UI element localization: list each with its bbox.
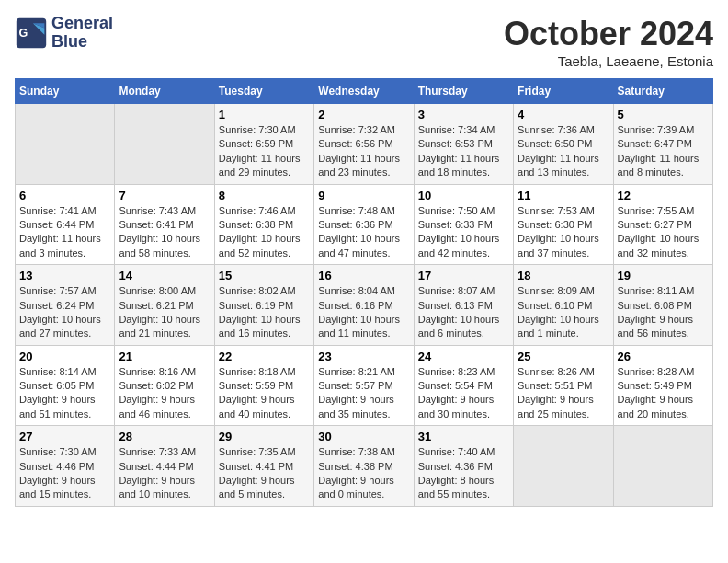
day-info: Sunrise: 7:40 AMSunset: 4:36 PMDaylight:… [418,445,509,502]
calendar-table: SundayMondayTuesdayWednesdayThursdayFrid… [15,78,713,507]
day-info: Sunrise: 7:50 AMSunset: 6:33 PMDaylight:… [418,204,509,261]
day-number: 8 [219,189,310,202]
day-info: Sunrise: 7:33 AMSunset: 4:44 PMDaylight:… [119,445,210,502]
calendar-cell: 18Sunrise: 8:09 AMSunset: 6:10 PMDayligh… [514,265,613,346]
week-row-2: 6Sunrise: 7:41 AMSunset: 6:44 PMDaylight… [16,184,713,265]
logo-line2: Blue [51,33,113,52]
day-number: 16 [318,269,409,282]
calendar-cell: 7Sunrise: 7:43 AMSunset: 6:41 PMDaylight… [115,184,214,265]
day-info: Sunrise: 8:28 AMSunset: 5:49 PMDaylight:… [618,365,709,422]
week-row-5: 27Sunrise: 7:30 AMSunset: 4:46 PMDayligh… [16,426,713,507]
calendar-cell: 30Sunrise: 7:38 AMSunset: 4:38 PMDayligh… [314,426,414,507]
day-info: Sunrise: 7:41 AMSunset: 6:44 PMDaylight:… [19,204,110,261]
calendar-cell: 2Sunrise: 7:32 AMSunset: 6:56 PMDaylight… [314,104,414,185]
calendar-cell: 4Sunrise: 7:36 AMSunset: 6:50 PMDaylight… [514,104,613,185]
day-number: 28 [119,430,210,443]
calendar-cell: 27Sunrise: 7:30 AMSunset: 4:46 PMDayligh… [16,426,115,507]
week-row-4: 20Sunrise: 8:14 AMSunset: 6:05 PMDayligh… [16,345,713,426]
day-number: 18 [518,269,609,282]
day-info: Sunrise: 7:35 AMSunset: 4:41 PMDaylight:… [219,445,310,502]
day-number: 24 [418,350,509,363]
calendar-cell: 16Sunrise: 8:04 AMSunset: 6:16 PMDayligh… [314,265,414,346]
day-number: 3 [418,108,509,121]
day-header-friday: Friday [514,79,613,104]
day-info: Sunrise: 7:48 AMSunset: 6:36 PMDaylight:… [318,204,409,261]
day-header-tuesday: Tuesday [214,79,313,104]
calendar-cell: 15Sunrise: 8:02 AMSunset: 6:19 PMDayligh… [214,265,313,346]
calendar-cell: 19Sunrise: 8:11 AMSunset: 6:08 PMDayligh… [613,265,712,346]
title-area: October 2024 Taebla, Laeaene, Estonia [504,15,713,69]
day-number: 22 [219,350,310,363]
day-info: Sunrise: 7:30 AMSunset: 4:46 PMDaylight:… [19,445,110,502]
calendar-body: 1Sunrise: 7:30 AMSunset: 6:59 PMDaylight… [16,104,713,507]
calendar-cell [514,426,613,507]
day-number: 4 [518,108,609,121]
day-number: 27 [19,430,110,443]
calendar-cell: 14Sunrise: 8:00 AMSunset: 6:21 PMDayligh… [115,265,214,346]
day-number: 10 [418,189,509,202]
logo-line1: General [51,15,113,33]
calendar-cell: 22Sunrise: 8:18 AMSunset: 5:59 PMDayligh… [214,345,313,426]
day-number: 21 [119,350,210,363]
day-header-wednesday: Wednesday [314,79,414,104]
day-info: Sunrise: 7:30 AMSunset: 6:59 PMDaylight:… [219,123,310,180]
day-info: Sunrise: 7:38 AMSunset: 4:38 PMDaylight:… [318,445,409,502]
day-number: 17 [418,269,509,282]
day-number: 31 [418,430,509,443]
day-info: Sunrise: 8:23 AMSunset: 5:54 PMDaylight:… [418,365,509,422]
day-number: 1 [219,108,310,121]
day-header-thursday: Thursday [414,79,513,104]
day-info: Sunrise: 7:57 AMSunset: 6:24 PMDaylight:… [19,284,110,341]
calendar-cell: 23Sunrise: 8:21 AMSunset: 5:57 PMDayligh… [314,345,414,426]
day-number: 23 [318,350,409,363]
logo: G General Blue [15,15,113,52]
day-info: Sunrise: 7:36 AMSunset: 6:50 PMDaylight:… [518,123,609,180]
day-header-saturday: Saturday [613,79,712,104]
day-info: Sunrise: 8:14 AMSunset: 6:05 PMDaylight:… [19,365,110,422]
day-info: Sunrise: 8:16 AMSunset: 6:02 PMDaylight:… [119,365,210,422]
svg-text:G: G [19,26,28,39]
calendar-cell: 25Sunrise: 8:26 AMSunset: 5:51 PMDayligh… [514,345,613,426]
day-header-sunday: Sunday [16,79,115,104]
day-number: 15 [219,269,310,282]
day-info: Sunrise: 8:00 AMSunset: 6:21 PMDaylight:… [119,284,210,341]
calendar-cell: 3Sunrise: 7:34 AMSunset: 6:53 PMDaylight… [414,104,513,185]
day-info: Sunrise: 7:43 AMSunset: 6:41 PMDaylight:… [119,204,210,261]
day-number: 7 [119,189,210,202]
logo-text: General Blue [51,15,113,52]
day-number: 30 [318,430,409,443]
calendar-cell: 1Sunrise: 7:30 AMSunset: 6:59 PMDaylight… [214,104,313,185]
day-info: Sunrise: 8:07 AMSunset: 6:13 PMDaylight:… [418,284,509,341]
logo-icon: G [15,17,48,50]
subtitle: Taebla, Laeaene, Estonia [504,53,713,69]
calendar-cell: 21Sunrise: 8:16 AMSunset: 6:02 PMDayligh… [115,345,214,426]
day-number: 6 [19,189,110,202]
calendar-cell: 5Sunrise: 7:39 AMSunset: 6:47 PMDaylight… [613,104,712,185]
day-number: 26 [618,350,709,363]
day-number: 9 [318,189,409,202]
day-number: 19 [618,269,709,282]
day-info: Sunrise: 8:26 AMSunset: 5:51 PMDaylight:… [518,365,609,422]
calendar-cell [115,104,214,185]
day-number: 2 [318,108,409,121]
day-number: 5 [618,108,709,121]
day-info: Sunrise: 8:18 AMSunset: 5:59 PMDaylight:… [219,365,310,422]
day-number: 29 [219,430,310,443]
week-row-1: 1Sunrise: 7:30 AMSunset: 6:59 PMDaylight… [16,104,713,185]
day-number: 25 [518,350,609,363]
week-row-3: 13Sunrise: 7:57 AMSunset: 6:24 PMDayligh… [16,265,713,346]
calendar-cell: 24Sunrise: 8:23 AMSunset: 5:54 PMDayligh… [414,345,513,426]
calendar-cell: 26Sunrise: 8:28 AMSunset: 5:49 PMDayligh… [613,345,712,426]
day-number: 20 [19,350,110,363]
day-info: Sunrise: 7:55 AMSunset: 6:27 PMDaylight:… [618,204,709,261]
main-title: October 2024 [504,15,713,53]
day-number: 11 [518,189,609,202]
day-number: 13 [19,269,110,282]
day-info: Sunrise: 8:04 AMSunset: 6:16 PMDaylight:… [318,284,409,341]
calendar-cell [613,426,712,507]
calendar-cell: 6Sunrise: 7:41 AMSunset: 6:44 PMDaylight… [16,184,115,265]
day-info: Sunrise: 7:32 AMSunset: 6:56 PMDaylight:… [318,123,409,180]
calendar-cell: 8Sunrise: 7:46 AMSunset: 6:38 PMDaylight… [214,184,313,265]
day-info: Sunrise: 8:09 AMSunset: 6:10 PMDaylight:… [518,284,609,341]
calendar-cell: 12Sunrise: 7:55 AMSunset: 6:27 PMDayligh… [613,184,712,265]
